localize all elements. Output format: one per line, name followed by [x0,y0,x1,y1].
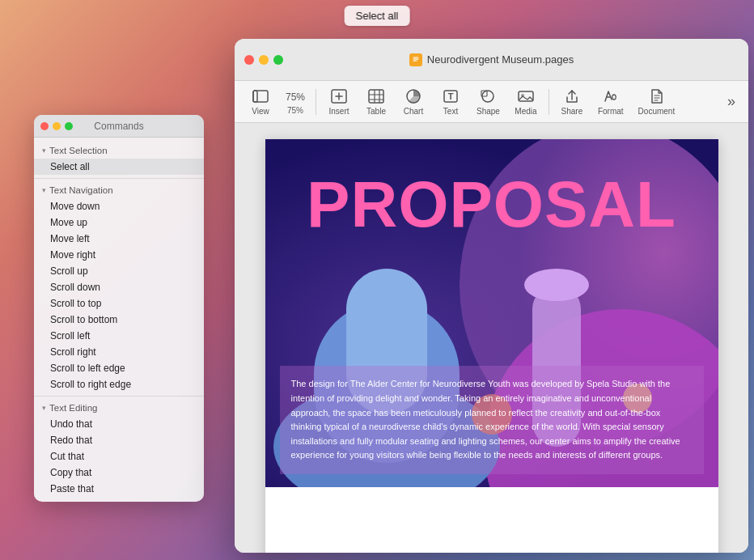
toolbar-chart[interactable]: Chart [396,84,431,119]
document-page: PROPOSAL The design for The Alder Center… [265,139,718,553]
commands-window-controls [40,122,73,130]
commands-body: ▾ Text Selection Select all ▾ Text Navig… [34,138,204,502]
section-label: Text Editing [49,403,97,413]
text-label: Text [443,107,458,116]
insert-icon [330,87,348,105]
zoom-value: 75% [286,91,305,103]
cmd-copy-that[interactable]: Copy that [34,465,204,481]
cmd-scroll-to-top[interactable]: Scroll to top [34,295,204,312]
window-titlebar: Neurodivergent Museum.pages [235,39,748,81]
toolbar-format[interactable]: Format [591,84,630,119]
toolbar-zoom[interactable]: 75% 75% [280,85,311,118]
svg-rect-3 [413,60,417,61]
cmd-move-right[interactable]: Move right [34,247,204,263]
view-label: View [252,107,269,116]
section-text-editing[interactable]: ▾ Text Editing [34,400,204,416]
pages-app-icon [409,53,422,66]
cmd-redo-that[interactable]: Redo that [34,432,204,448]
cmd-move-left[interactable]: Move left [34,231,204,247]
minimize-button[interactable] [259,55,269,65]
divider [34,396,204,397]
document-label: Document [638,107,676,116]
toolbar-more[interactable]: » [722,90,740,113]
svg-text:T: T [448,91,454,101]
cmd-scroll-right[interactable]: Scroll right [34,344,204,360]
cmd-close-button[interactable] [40,122,49,130]
toolbar-document[interactable]: Document [632,84,682,119]
cmd-minimize-button[interactable] [53,122,61,130]
toolbar-share[interactable]: Share [554,84,590,119]
cmd-select-all[interactable]: Select all [34,159,204,175]
toolbar-insert[interactable]: Insert [321,84,357,119]
cmd-cut-that[interactable]: Cut that [34,448,204,465]
cmd-scroll-down[interactable]: Scroll down [34,279,204,295]
section-text-selection[interactable]: ▾ Text Selection [34,142,204,159]
commands-panel: Commands ▾ Text Selection Select all ▾ T… [34,115,204,502]
format-icon [602,87,620,105]
pages-window: Neurodivergent Museum.pages View 75% 75% [235,39,748,553]
section-label: Text Selection [49,146,108,155]
toolbar-media[interactable]: Media [508,84,544,119]
toolbar-divider [316,89,316,115]
chart-icon [405,87,422,105]
document-icon [647,87,665,105]
insert-label: Insert [328,107,349,116]
chevron-down-icon: ▾ [42,146,46,155]
cmd-scroll-to-right-edge[interactable]: Scroll to right edge [34,376,204,392]
cmd-move-up[interactable]: Move up [34,214,204,231]
commands-titlebar: Commands [34,115,204,138]
toolbar-divider-2 [549,89,549,115]
chevron-down-icon: ▾ [42,404,46,412]
view-icon [252,87,269,105]
close-button[interactable] [244,55,254,65]
text-icon: T [442,87,460,105]
svg-rect-19 [519,91,533,101]
toolbar: View 75% 75% Insert [235,81,748,123]
proposal-heading: PROPOSAL [265,168,718,242]
cmd-scroll-to-bottom[interactable]: Scroll to bottom [34,312,204,328]
svg-rect-2 [413,58,418,59]
canvas-area: PROPOSAL The design for The Alder Center… [235,123,748,553]
svg-rect-9 [369,90,383,103]
window-controls [244,55,283,65]
cmd-scroll-to-left-edge[interactable]: Scroll to left edge [34,360,204,376]
svg-point-31 [524,269,589,301]
cmd-scroll-up[interactable]: Scroll up [34,263,204,279]
shape-icon [479,87,497,105]
body-text-overlay: The design for The Alder Center for Neur… [280,366,704,474]
commands-title: Commands [94,121,143,132]
table-icon [367,87,385,105]
format-label: Format [598,107,624,116]
cmd-paste-that[interactable]: Paste that [34,481,204,497]
share-icon [563,87,581,105]
cmd-move-down[interactable]: Move down [34,198,204,214]
toolbar-shape[interactable]: Shape [470,84,506,119]
zoom-icon: 75% [286,88,304,106]
more-icon: » [727,93,735,109]
doc-hero: PROPOSAL The design for The Alder Center… [265,139,718,487]
window-title: Neurodivergent Museum.pages [409,53,574,66]
body-text: The design for The Alder Center for Neur… [291,379,680,460]
media-icon [517,87,535,105]
svg-rect-1 [413,57,418,57]
svg-rect-4 [253,91,268,102]
toolbar-text[interactable]: T Text [433,84,468,119]
shape-label: Shape [477,107,500,116]
maximize-button[interactable] [273,55,283,65]
chevron-down-icon: ▾ [42,186,46,194]
cmd-scroll-left[interactable]: Scroll left [34,328,204,344]
document-title: Neurodivergent Museum.pages [427,53,574,66]
section-text-navigation[interactable]: ▾ Text Navigation [34,182,204,198]
zoom-label: 75% [287,106,303,115]
toolbar-view[interactable]: View [243,84,278,119]
cmd-undo-that[interactable]: Undo that [34,416,204,432]
divider [34,178,204,179]
media-label: Media [515,107,536,116]
chart-label: Chart [404,107,423,116]
cmd-maximize-button[interactable] [65,122,73,130]
svg-rect-5 [253,91,257,102]
section-label: Text Navigation [49,185,113,195]
toolbar-table[interactable]: Table [358,84,394,119]
select-all-button[interactable]: Select all [345,6,410,26]
table-label: Table [366,107,386,116]
